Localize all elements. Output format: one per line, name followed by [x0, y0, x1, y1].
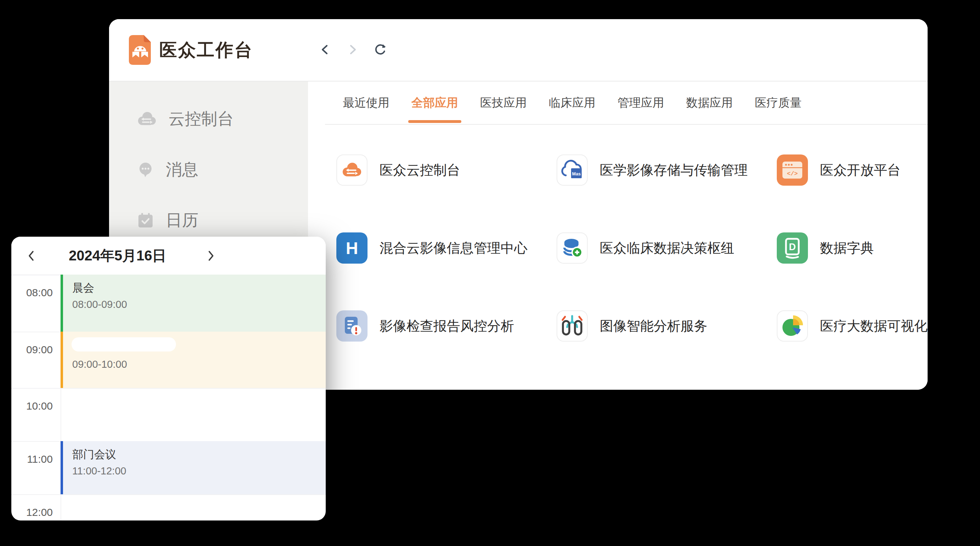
calendar-row-1200: 12:00	[11, 494, 326, 520]
event-cell: 晨会 08:00-09:00	[61, 275, 326, 332]
event-title: 晨会	[72, 281, 326, 295]
chevron-left-icon	[318, 43, 332, 57]
refresh-icon	[373, 43, 387, 57]
event-title: 部门会议	[72, 447, 326, 462]
cloud-settings-icon	[336, 155, 368, 186]
calendar-row-1000: 10:00	[11, 388, 326, 441]
app-medical-image-storage[interactable]: Mas 医学影像存储与传输管理	[557, 155, 777, 186]
app-image-ai-analysis[interactable]: 图像智能分析服务	[557, 310, 777, 342]
dictionary-book-icon: D	[777, 232, 808, 263]
time-label: 10:00	[11, 389, 61, 441]
app-name: 医众临床数据决策枢纽	[600, 239, 734, 257]
message-bubble-icon	[137, 161, 154, 178]
sidebar-item-label: 云控制台	[169, 108, 234, 130]
app-hybrid-cloud-imaging[interactable]: H 混合云影像信息管理中心	[336, 232, 557, 263]
tab-data-apps[interactable]: 数据应用	[686, 81, 733, 124]
time-label: 08:00	[11, 275, 61, 332]
lungs-icon	[557, 310, 588, 342]
app-name: 医众开放平台	[820, 161, 901, 179]
tab-bar: 最近使用 全部应用 医技应用 临床应用 管理应用 数据应用 医疗质量	[343, 81, 802, 124]
calendar-check-icon	[137, 212, 154, 229]
sidebar-item-cloud-console[interactable]: 云控制台	[137, 108, 234, 130]
forward-button[interactable]	[345, 43, 360, 57]
window-header: 医众工作台	[109, 19, 928, 81]
app-name: 医疗大数据可视化	[820, 317, 928, 335]
app-report-risk-analysis[interactable]: 影像检查报告风控分析	[336, 310, 557, 342]
event-morning-meeting[interactable]: 晨会 08:00-09:00	[60, 275, 326, 332]
sidebar-item-label: 消息	[166, 159, 198, 181]
tab-medtech-apps[interactable]: 医技应用	[480, 81, 527, 124]
app-name: 图像智能分析服务	[600, 317, 707, 335]
calendar-prev-day-button[interactable]	[21, 237, 42, 275]
back-button[interactable]	[318, 43, 332, 57]
chevron-left-icon	[27, 249, 36, 262]
database-plus-icon	[557, 232, 588, 263]
app-open-platform[interactable]: </> 医众开放平台	[777, 155, 928, 186]
event-time-range: 09:00-10:00	[72, 358, 326, 370]
app-big-data-visualization[interactable]: 医疗大数据可视化	[777, 310, 928, 342]
event-department-meeting[interactable]: 部门会议 11:00-12:00	[60, 441, 326, 494]
event-cell	[61, 389, 326, 441]
time-label: 09:00	[11, 332, 61, 388]
chevron-right-icon	[345, 43, 360, 57]
refresh-button[interactable]	[373, 43, 387, 57]
tab-medical-quality[interactable]: 医疗质量	[755, 81, 802, 124]
calendar-row-0900: 09:00 09:00-10:00	[11, 332, 326, 388]
cloud-settings-icon	[137, 111, 157, 127]
app-logo	[129, 35, 151, 65]
app-name: 医学影像存储与传输管理	[600, 161, 748, 179]
app-name: 医众云控制台	[380, 161, 460, 179]
code-window-icon: </>	[777, 155, 808, 186]
event-cell: 部门会议 11:00-12:00	[61, 442, 326, 494]
calendar-next-day-button[interactable]	[200, 237, 222, 275]
event-redacted[interactable]: 09:00-10:00	[60, 332, 326, 388]
letter-h-icon: H	[336, 232, 368, 263]
report-alert-icon	[336, 310, 368, 342]
app-cloud-console[interactable]: 医众云控制台	[336, 155, 557, 186]
cloud-mas-icon: Mas	[557, 155, 588, 186]
event-time-range: 08:00-09:00	[72, 298, 326, 311]
sidebar-item-messages[interactable]: 消息	[137, 158, 198, 181]
calendar-row-1100: 11:00 部门会议 11:00-12:00	[11, 441, 326, 494]
svg-text:Mas: Mas	[572, 171, 581, 176]
nav-controls	[318, 43, 387, 57]
app-data-dictionary[interactable]: D 数据字典	[777, 232, 928, 263]
time-label: 11:00	[11, 442, 61, 494]
time-label: 12:00	[11, 495, 61, 520]
svg-text:</>: </>	[787, 171, 798, 177]
app-name: 混合云影像信息管理中心	[380, 239, 528, 257]
tab-recently-used[interactable]: 最近使用	[343, 81, 390, 124]
tab-clinical-apps[interactable]: 临床应用	[549, 81, 595, 124]
event-time-range: 11:00-12:00	[72, 465, 326, 477]
calendar-date-label: 2024年5月16日	[43, 237, 192, 275]
redacted-event-title	[72, 337, 176, 351]
event-cell: 09:00-10:00	[61, 332, 326, 388]
window-title: 医众工作台	[159, 19, 253, 81]
apps-content: 最近使用 全部应用 医技应用 临床应用 管理应用 数据应用 医疗质量	[308, 81, 928, 390]
mascot-document-icon	[129, 35, 151, 65]
svg-text:D: D	[789, 242, 796, 252]
pie-chart-icon	[777, 310, 808, 342]
app-clinical-data-hub[interactable]: 医众临床数据决策枢纽	[557, 232, 777, 263]
sidebar-item-calendar[interactable]: 日历	[137, 209, 198, 232]
tab-management-apps[interactable]: 管理应用	[617, 81, 664, 124]
event-cell	[61, 495, 326, 520]
sidebar-item-label: 日历	[166, 209, 198, 231]
chevron-right-icon	[207, 249, 216, 262]
tab-divider	[325, 124, 928, 125]
app-name: 影像检查报告风控分析	[380, 317, 514, 335]
calendar-panel: 2024年5月16日 08:00 晨会 08:00-09:00 09:00 09…	[11, 237, 326, 520]
app-name: 数据字典	[820, 239, 874, 257]
calendar-header: 2024年5月16日	[11, 237, 326, 275]
tab-all-apps[interactable]: 全部应用	[411, 81, 458, 124]
app-grid: 医众云控制台 Mas 医学影像存储与传输管理	[336, 155, 928, 388]
calendar-row-0800: 08:00 晨会 08:00-09:00	[11, 275, 326, 332]
